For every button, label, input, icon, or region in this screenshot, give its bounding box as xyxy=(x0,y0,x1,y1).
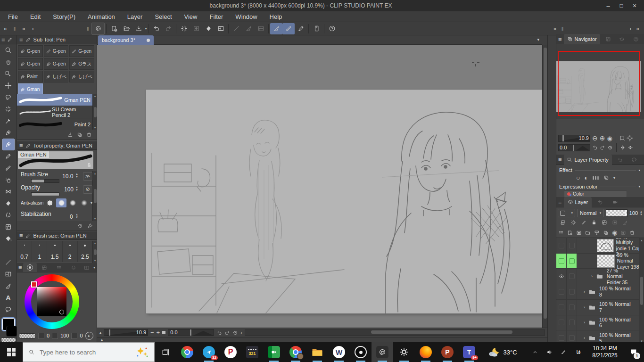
aa-none-button[interactable] xyxy=(44,198,55,207)
layer-row[interactable]: 29 % Multiplyjodie 1 Copy 2 xyxy=(556,238,644,254)
clip-to-layer-below-icon[interactable] xyxy=(560,220,566,225)
tab-subview[interactable] xyxy=(602,36,614,42)
collapse-left-icon[interactable]: « xyxy=(2,25,9,32)
new-document-button[interactable] xyxy=(108,23,120,34)
tool-property-header[interactable]: ≡ Tool property: Gman PEN xyxy=(17,141,97,150)
layer-visible-eye-icon[interactable] xyxy=(559,273,564,279)
stabilization-stepper[interactable]: ▲▼ xyxy=(75,213,78,219)
blend-mode-dropdown[interactable]: Normal▾ xyxy=(577,209,604,217)
nav-fit-width-icon[interactable] xyxy=(626,134,634,142)
ruler-range-icon[interactable] xyxy=(622,220,628,225)
merge-with-lower-layer-icon[interactable] xyxy=(603,230,609,236)
zoom-in-button[interactable]: + xyxy=(157,329,160,336)
menu-story[interactable]: Story(P) xyxy=(47,13,82,20)
notification-center-button[interactable]: 1 xyxy=(623,342,644,362)
taskbar-weather[interactable]: 33°C xyxy=(480,342,525,362)
taskbar-mpc[interactable]: 321 xyxy=(241,342,263,362)
tab-color-sliders[interactable] xyxy=(52,263,66,272)
navigator-zoom-slider[interactable]: 10.9 xyxy=(558,135,590,142)
lock-icon[interactable] xyxy=(86,162,92,168)
tool-brush[interactable] xyxy=(2,162,15,174)
zoom-out-button[interactable]: − xyxy=(150,329,154,336)
maximize-button[interactable]: □ xyxy=(615,2,628,9)
subtool-tile[interactable]: Paint xyxy=(18,71,43,82)
menu-view[interactable]: View xyxy=(178,13,204,20)
canvas-page[interactable] xyxy=(146,90,542,313)
tab-layer-search[interactable] xyxy=(628,157,640,163)
taskbar-settings[interactable] xyxy=(393,342,415,362)
save-dropdown-icon[interactable]: ▾ xyxy=(145,26,147,31)
tab-navigator-active[interactable]: Navigator xyxy=(564,34,600,44)
tool-hand[interactable] xyxy=(2,56,15,68)
masking-dropdown[interactable]: ▾ xyxy=(558,209,575,217)
expand-right-icon[interactable]: › xyxy=(627,25,633,32)
create-layer-mask-icon[interactable]: ◉ xyxy=(612,229,617,236)
lock-layer-icon[interactable] xyxy=(591,220,597,225)
expression-color-dropdown[interactable]: Color xyxy=(564,190,627,197)
tool-figure[interactable] xyxy=(2,221,15,233)
nav-zoom-100-icon[interactable]: ◉ xyxy=(607,135,612,142)
new-vector-layer-icon[interactable] xyxy=(576,230,582,236)
brightness-value[interactable]: 0 xyxy=(80,333,83,338)
sv-marker[interactable] xyxy=(59,310,64,314)
effect-tone-icon[interactable]: ◐ xyxy=(584,174,588,181)
navigator-preview[interactable] xyxy=(556,44,644,119)
subtool-tile[interactable]: G-pen xyxy=(44,45,69,57)
taskbar-pinterest[interactable]: P xyxy=(220,342,241,362)
redo-button[interactable] xyxy=(162,23,174,34)
collapse-left2-icon[interactable]: « xyxy=(20,25,27,32)
background-color-swatch[interactable] xyxy=(6,326,17,337)
reset-all-settings-icon[interactable] xyxy=(77,223,83,229)
invert-selection-button[interactable] xyxy=(242,23,255,34)
tool-move[interactable] xyxy=(2,80,15,91)
tray-language-indicator[interactable]: فا xyxy=(570,342,586,362)
collapse-right-icon[interactable]: « xyxy=(552,25,559,32)
effect-layer-color-icon[interactable] xyxy=(603,175,609,181)
tool-property-menu-icon[interactable]: ≡ xyxy=(19,142,23,149)
taskbar-chrome-profile[interactable] xyxy=(285,342,306,362)
tab-cel[interactable] xyxy=(609,199,622,205)
subtool-panel-header[interactable]: ≡ Sub Tool: Pen xyxy=(17,35,97,44)
subtool-tile[interactable]: しげペ xyxy=(44,71,69,82)
nav-rotate-left-icon[interactable] xyxy=(592,145,598,150)
tab-color-history[interactable] xyxy=(82,263,92,272)
layer-panel-menu-icon[interactable]: ≡ xyxy=(558,198,562,206)
tab-timeline[interactable] xyxy=(594,199,607,205)
tool-airbrush[interactable] xyxy=(2,174,15,186)
tool-pen-selected[interactable] xyxy=(2,139,15,150)
stabilization-value[interactable]: 0 xyxy=(70,214,73,220)
subtool-tile[interactable]: Gラス xyxy=(69,58,94,70)
scroll-up-icon[interactable]: ▴ xyxy=(94,172,96,175)
tool-gradient[interactable] xyxy=(2,245,15,256)
tab-color-wheel-active[interactable] xyxy=(23,263,37,272)
lock-transparent-pixels-icon[interactable] xyxy=(602,220,607,225)
hue-value[interactable]: 0 xyxy=(47,333,50,338)
tool-line[interactable] xyxy=(2,256,15,268)
brush-size-panel-header[interactable]: ≡ Brush size: Gman PEN xyxy=(17,231,97,240)
taskbar-meet[interactable] xyxy=(263,342,285,362)
layer-list-view-icon[interactable] xyxy=(558,230,564,236)
navigator-view-rect[interactable] xyxy=(558,51,640,116)
scroll-up-icon[interactable]: ▴ xyxy=(94,241,96,245)
crop-button[interactable] xyxy=(215,23,227,34)
tab-layer-active[interactable]: Layer xyxy=(564,197,592,207)
nav-rotate-right-icon[interactable] xyxy=(600,145,605,150)
layer-opacity-stepper[interactable]: ▲▼ xyxy=(640,210,643,216)
canvas-viewport[interactable] xyxy=(97,45,542,328)
minimize-button[interactable]: – xyxy=(602,2,615,9)
panel-grip-icon[interactable]: ‖ xyxy=(9,26,21,32)
color-mixer-button[interactable]: ▸ xyxy=(85,332,93,340)
taskbar-firefox[interactable] xyxy=(415,342,437,362)
brush-size-stepper[interactable]: ▲▼ xyxy=(75,173,78,178)
rotate-left-icon[interactable] xyxy=(216,330,222,336)
delete-subtool-icon[interactable] xyxy=(86,132,92,138)
navigator-rotate-slider[interactable]: 0.0 xyxy=(558,144,590,151)
subtool-tile[interactable]: G-pen xyxy=(69,45,94,57)
layer-row[interactable]: › 100 % Normal6 xyxy=(556,315,644,331)
brush-list-item-selected[interactable]: Gman PEN xyxy=(17,94,92,106)
reset-rotation-icon[interactable] xyxy=(232,330,238,336)
save-button[interactable] xyxy=(132,23,145,34)
saturation-value[interactable]: 100 xyxy=(60,333,69,338)
tab-quick-access[interactable] xyxy=(616,36,628,42)
clip-studio-logo-button[interactable] xyxy=(91,23,105,35)
